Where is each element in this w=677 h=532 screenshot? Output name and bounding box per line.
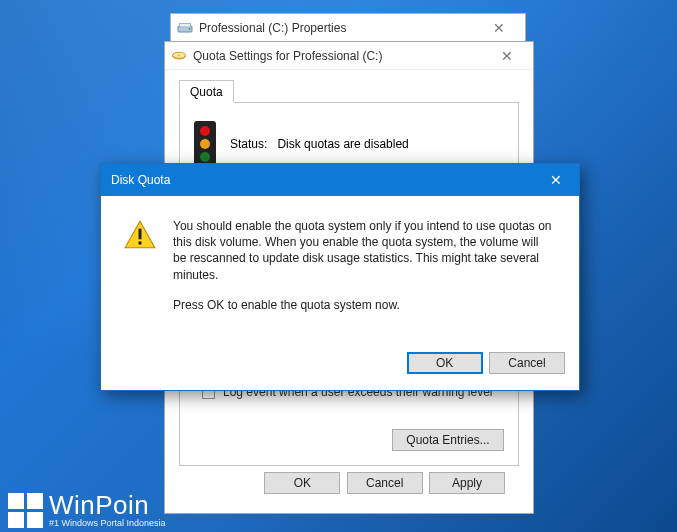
drive-icon	[177, 20, 193, 36]
quota-entries-button[interactable]: Quota Entries...	[392, 429, 504, 451]
svg-rect-1	[180, 23, 191, 27]
close-icon[interactable]: ✕	[479, 20, 519, 36]
quota-settings-footer: OK Cancel Apply	[179, 466, 519, 494]
watermark-brand: WinPoin	[49, 492, 166, 518]
dialog-title: Disk Quota	[111, 173, 533, 187]
close-icon[interactable]: ✕	[487, 48, 527, 64]
ok-button[interactable]: OK	[407, 352, 483, 374]
watermark: WinPoin #1 Windows Portal Indonesia	[8, 492, 166, 528]
cancel-button[interactable]: Cancel	[489, 352, 565, 374]
titlebar-properties[interactable]: Professional (C:) Properties ✕	[171, 14, 525, 42]
ok-button[interactable]: OK	[264, 472, 340, 494]
disk-icon	[171, 48, 187, 64]
titlebar-properties-title: Professional (C:) Properties	[199, 21, 479, 35]
dialog-message-1: You should enable the quota system only …	[173, 218, 555, 283]
svg-point-2	[189, 28, 191, 30]
tab-quota[interactable]: Quota	[179, 80, 234, 103]
dialog-disk-quota: Disk Quota ✕ You should enable the quota…	[100, 163, 580, 391]
svg-point-5	[178, 54, 180, 55]
status-label: Status:	[230, 137, 267, 151]
svg-rect-7	[139, 229, 142, 240]
warning-icon	[123, 218, 157, 255]
svg-rect-8	[139, 241, 142, 244]
close-icon[interactable]: ✕	[533, 164, 579, 196]
dialog-footer: OK Cancel	[101, 346, 579, 390]
dialog-message: You should enable the quota system only …	[173, 218, 555, 327]
watermark-tagline: #1 Windows Portal Indonesia	[49, 518, 166, 528]
dialog-message-2: Press OK to enable the quota system now.	[173, 297, 555, 313]
titlebar-quota-settings-title: Quota Settings for Professional (C:)	[193, 49, 487, 63]
cancel-button[interactable]: Cancel	[347, 472, 423, 494]
apply-button[interactable]: Apply	[429, 472, 505, 494]
status-value: Disk quotas are disabled	[277, 137, 408, 151]
winpoin-logo-icon	[8, 493, 43, 528]
traffic-light-icon	[194, 121, 216, 167]
status-row: Status: Disk quotas are disabled	[194, 121, 504, 167]
titlebar-disk-quota[interactable]: Disk Quota ✕	[101, 164, 579, 196]
titlebar-quota-settings[interactable]: Quota Settings for Professional (C:) ✕	[165, 42, 533, 70]
